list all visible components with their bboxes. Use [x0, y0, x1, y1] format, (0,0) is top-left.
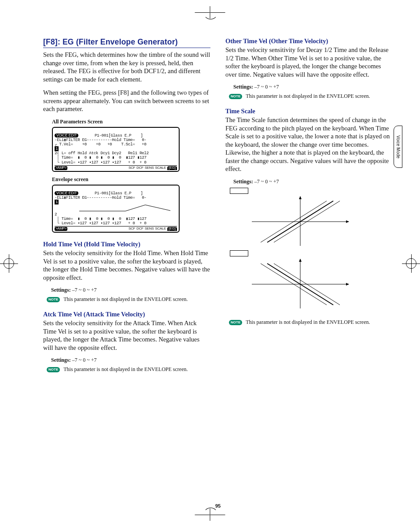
- lcd-all-parameters: VOICE EDIT P1-001[Glass E.P ] -EL1▮FILTE…: [52, 127, 180, 172]
- intro-paragraph-1: Sets the FEG, which determines how the t…: [43, 51, 210, 83]
- param-title-hold: Hold Time Vel (Hold Time Velocity): [43, 241, 210, 248]
- left-column: [F8]: EG (Filter Envelope Generator) Set…: [43, 37, 210, 493]
- note-icon: NOTE: [47, 297, 60, 302]
- note-atck: NOTE This parameter is not displayed in …: [47, 366, 210, 373]
- crop-mark-bottom: [195, 508, 225, 521]
- side-tab-voice-mode: Voice Mode: [394, 126, 402, 168]
- envelope-curve-icon: [79, 204, 172, 212]
- lcd-caption-all-params: All Parameters Screen: [52, 119, 210, 125]
- note-icon: NOTE: [229, 94, 242, 99]
- param-title-tscale: Time Scale: [225, 108, 393, 115]
- param-settings-tscale: Settings: –7 ~ 0 ~ +7: [233, 178, 393, 185]
- param-body-tscale: The Time Scale function determines the s…: [225, 116, 393, 173]
- page-number: 95: [215, 503, 221, 508]
- lcd-title-chip: VOICE EDIT: [55, 134, 78, 137]
- note-other: NOTE This parameter is not displayed in …: [229, 93, 393, 100]
- note-tscale: NOTE This parameter is not displayed in …: [229, 319, 393, 326]
- param-title-atck: Atck Time Vel (Attack Time Velocity): [43, 311, 210, 318]
- section-title: [F8]: EG (Filter Envelope Generator): [43, 37, 210, 48]
- time-scale-figure: [230, 188, 362, 313]
- param-settings-hold: Settings: –7 ~ 0 ~ +7: [51, 287, 210, 293]
- ts-graph-2: [230, 256, 362, 313]
- param-title-other: Other Time Vel (Other Time Velocity): [225, 37, 393, 45]
- intro-paragraph-2: When setting the FEG, press [F8] and the…: [43, 89, 210, 113]
- note-icon: NOTE: [47, 367, 60, 372]
- page-content: [F8]: EG (Filter Envelope Generator) Set…: [43, 37, 393, 493]
- param-settings-atck: Settings: –7 ~ 0 ~ +7: [51, 357, 210, 364]
- crop-mark-top: [195, 6, 225, 19]
- note-icon: NOTE: [229, 320, 242, 325]
- param-body-atck: Sets the velocity sensitivity for the At…: [43, 319, 210, 352]
- param-settings-other: Settings: –7 ~ 0 ~ +7: [233, 84, 393, 90]
- registration-mark-right: [406, 258, 416, 269]
- registration-mark-left: [4, 258, 14, 269]
- ts-graph-1: [230, 193, 362, 250]
- note-hold: NOTE This parameter is not displayed in …: [47, 296, 210, 303]
- lcd-envelope: VOICE EDIT P1-001[Glass E.P ] -EL1▮FILTE…: [52, 185, 180, 233]
- right-column: Other Time Vel (Other Time Velocity) Set…: [225, 37, 393, 493]
- lcd-caption-envelope: Envelope screen: [52, 176, 210, 183]
- param-body-other: Sets the velocity sensitivity for Decay …: [225, 46, 393, 78]
- param-body-hold: Sets the velocity sensitivity for the Ho…: [43, 249, 210, 282]
- lcd-title-chip: VOICE EDIT: [55, 191, 78, 195]
